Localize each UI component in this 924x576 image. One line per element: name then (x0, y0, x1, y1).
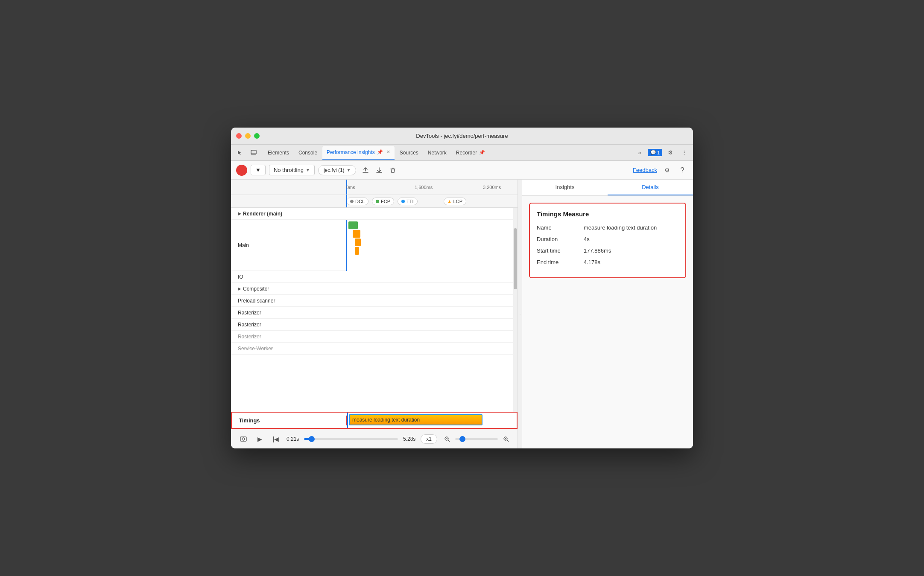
timeline-panel: 0ms 1,600ms 3,200ms 4,800ms DCL FCP T (231, 180, 518, 448)
detail-key-start-time: Start time (537, 247, 584, 254)
download-button[interactable] (373, 164, 385, 176)
scrollbar-thumb[interactable] (514, 228, 517, 289)
flame-bar-1[interactable] (348, 221, 358, 229)
track-row-main: Main (231, 220, 518, 271)
detail-key-name: Name (537, 224, 584, 231)
playback-slider[interactable] (304, 438, 398, 440)
timings-content[interactable]: measure loading text duration (347, 413, 517, 428)
expand-arrow-icon[interactable]: ▶ (238, 211, 241, 216)
flame-bar-2[interactable] (353, 230, 360, 238)
detail-row-end-time: End time 4.178s (537, 259, 678, 265)
more-options-icon[interactable]: ⋮ (678, 147, 690, 158)
track-row-compositor: ▶ Compositor (231, 283, 518, 295)
time-marker-1: 1,600ms (415, 185, 433, 190)
screenshot-button[interactable] (238, 433, 249, 445)
tab-performance-insights[interactable]: Performance insights 📌 ✕ (322, 146, 395, 160)
tab-insights[interactable]: Insights (522, 180, 608, 195)
transport-bar: ▶ |◀ 0.21s 5.28s x1 (231, 429, 518, 448)
slider-track[interactable] (304, 438, 398, 440)
more-tabs-button[interactable]: » (634, 147, 645, 158)
tracks-area: ▶ Renderer (main) https://jec.fyi/demo/p… (231, 208, 518, 412)
traffic-lights (236, 133, 260, 139)
play-button[interactable]: ▶ (254, 433, 265, 445)
detail-row-start-time: Start time 177.886ms (537, 247, 678, 254)
minimize-button[interactable] (245, 133, 251, 139)
cursor-icon[interactable] (234, 147, 246, 158)
timing-bar[interactable]: measure loading text duration (349, 414, 482, 425)
detail-value-duration: 4s (584, 236, 590, 242)
tab-bar-right: » 💬 1 ⚙ ⋮ (634, 147, 690, 158)
tab-close-icon[interactable]: ✕ (386, 149, 390, 155)
tab-sources[interactable]: Sources (395, 146, 423, 160)
tab-bar-icons (234, 147, 259, 158)
svg-line-5 (448, 440, 450, 442)
url-arrow-icon: ▼ (347, 168, 351, 172)
detail-key-duration: Duration (537, 236, 584, 242)
close-button[interactable] (236, 133, 242, 139)
tab-bar: Elements Console Performance insights 📌 … (231, 145, 693, 161)
settings-button[interactable]: ⚙ (661, 165, 673, 176)
zoom-slider-thumb[interactable] (459, 436, 465, 442)
time-start-label: 0.21s (287, 436, 299, 442)
time-ruler: 0ms 1,600ms 3,200ms 4,800ms (231, 180, 518, 195)
tti-dot (401, 200, 405, 203)
time-end-label: 5.28s (403, 436, 415, 442)
slider-thumb[interactable] (309, 436, 315, 442)
chat-badge[interactable]: 💬 1 (648, 149, 662, 156)
detail-value-name: measure loading text duration (584, 224, 657, 231)
track-row-renderer: ▶ Renderer (main) https://jec.fyi/demo/p… (231, 208, 518, 220)
flame-bar-4[interactable] (355, 247, 359, 255)
track-row-rasterizer-2: Rasterizer (231, 319, 518, 331)
maximize-button[interactable] (254, 133, 260, 139)
tab-console[interactable]: Console (294, 146, 322, 160)
record-dropdown[interactable]: ▼ (251, 165, 266, 175)
window-title: DevTools - jec.fyi/demo/perf-measure (416, 133, 508, 139)
tab-pin-icon: 📌 (377, 149, 383, 155)
track-row-rasterizer-1: Rasterizer (231, 307, 518, 319)
tab-network[interactable]: Network (424, 146, 451, 160)
tab-recorder[interactable]: Recorder 📌 (452, 146, 489, 160)
fcp-marker: FCP (372, 198, 394, 205)
lcp-marker: ▲ LCP (444, 198, 466, 205)
toolbar: ▼ No throttling ▼ jec.fyi (1) ▼ (231, 161, 693, 180)
settings-icon[interactable]: ⚙ (665, 147, 676, 158)
track-label-io: IO (231, 272, 346, 282)
track-label-service-worker: Service Worker (231, 344, 346, 353)
upload-button[interactable] (360, 164, 371, 176)
track-label-rasterizer-3: Rasterizer (231, 332, 346, 341)
track-label-renderer: ▶ Renderer (main) (231, 209, 346, 218)
track-label-compositor: ▶ Compositor (231, 284, 346, 294)
record-button[interactable] (236, 165, 247, 176)
cursor-line-main (346, 220, 347, 271)
tab-details[interactable]: Details (608, 180, 693, 195)
dock-icon[interactable] (248, 147, 259, 158)
timings-row: Timings measure loading text duration (231, 412, 518, 429)
feedback-link[interactable]: Feedback (633, 167, 657, 173)
dropdown-arrow-icon: ▼ (255, 167, 261, 173)
timings-label: Timings (232, 416, 347, 425)
delete-button[interactable] (387, 164, 399, 176)
detail-row-duration: Duration 4s (537, 236, 678, 242)
track-row-io: IO (231, 271, 518, 283)
title-bar: DevTools - jec.fyi/demo/perf-measure (231, 128, 693, 145)
track-label-rasterizer-1: Rasterizer (231, 308, 346, 317)
skip-back-button[interactable]: |◀ (270, 433, 281, 445)
scrollbar-track[interactable] (513, 208, 518, 412)
time-marker-0: 0ms (346, 185, 355, 190)
help-button[interactable]: ? (677, 165, 688, 176)
toolbar-right: Feedback ⚙ ? (633, 165, 688, 176)
tab-elements[interactable]: Elements (263, 146, 293, 160)
throttling-dropdown[interactable]: No throttling ▼ (269, 165, 315, 175)
svg-line-8 (507, 440, 509, 442)
throttling-arrow-icon: ▼ (306, 168, 310, 172)
track-content-main[interactable] (346, 220, 518, 271)
zoom-out-button[interactable] (442, 434, 452, 444)
flame-bar-3[interactable] (355, 239, 361, 246)
zoom-in-button[interactable] (501, 434, 511, 444)
zoom-slider[interactable] (455, 438, 498, 440)
compositor-expand-icon[interactable]: ▶ (238, 286, 241, 291)
resize-handle[interactable]: ⋮ (518, 180, 522, 448)
detail-row-name: Name measure loading text duration (537, 224, 678, 231)
url-dropdown[interactable]: jec.fyi (1) ▼ (318, 165, 357, 175)
svg-rect-1 (251, 153, 256, 155)
